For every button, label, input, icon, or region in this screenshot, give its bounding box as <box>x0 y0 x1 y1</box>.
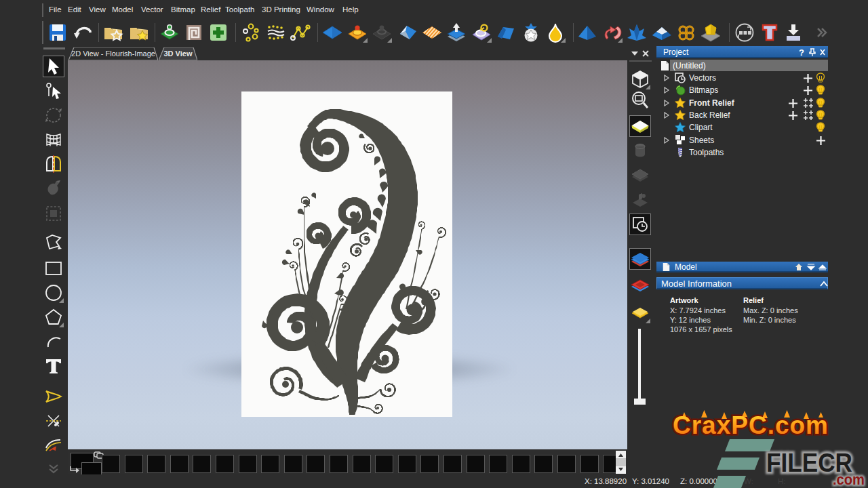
svg-text:CraxPC.com: CraxPC.com <box>673 411 829 439</box>
svg-text:?: ? <box>799 47 804 57</box>
svg-text:.com: .com <box>833 471 865 488</box>
